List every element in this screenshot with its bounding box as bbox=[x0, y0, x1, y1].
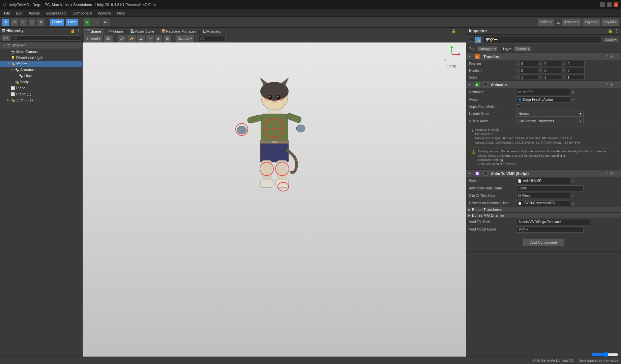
center-button[interactable]: Center bbox=[50, 19, 64, 26]
navmesh-button[interactable]: ⊞ bbox=[164, 35, 171, 42]
hierarchy-menu-icon[interactable]: ⋮ bbox=[77, 29, 80, 33]
step-button[interactable]: ⏭ bbox=[102, 19, 110, 26]
shading-dropdown[interactable]: Shaded ▾ bbox=[84, 35, 103, 42]
animtovmd-help-icon[interactable]: ? bbox=[606, 171, 608, 176]
tab-animator[interactable]: 🎞 Animator bbox=[200, 28, 225, 35]
account-button[interactable]: Account ▾ bbox=[562, 19, 581, 26]
vmd-model-name-input[interactable] bbox=[516, 226, 584, 233]
static-button[interactable]: Static ▾ bbox=[603, 37, 618, 42]
vmd-file-path-input[interactable] bbox=[516, 219, 590, 225]
clip-select-icon[interactable]: ◎ bbox=[571, 194, 574, 198]
scale-y[interactable] bbox=[543, 74, 561, 80]
hier-item-plane1[interactable]: ⬜ Plane (1) bbox=[0, 91, 82, 97]
animtovmd-menu-icon[interactable]: ⋮ bbox=[615, 171, 619, 176]
transform-help-icon[interactable]: ? bbox=[606, 55, 608, 59]
menu-component[interactable]: Component bbox=[70, 10, 94, 16]
position-z[interactable] bbox=[566, 61, 585, 66]
rotation-x[interactable] bbox=[520, 68, 538, 73]
hier-item-plane[interactable]: ⬜ Plane bbox=[0, 85, 82, 91]
position-x[interactable] bbox=[520, 61, 538, 66]
animtovmd-settings-icon[interactable]: ⚙ bbox=[610, 171, 613, 176]
animator-help-icon[interactable]: ? bbox=[606, 83, 608, 87]
gizmos-button[interactable]: Gizmos ▾ bbox=[175, 35, 194, 42]
menu-help[interactable]: Help bbox=[114, 10, 127, 16]
bones-transforms-foldout[interactable]: ▶ Bones Transforms bbox=[466, 207, 621, 213]
hier-item-degu[interactable]: ▼ 🎭 デグー bbox=[0, 61, 82, 67]
convdb-select-icon[interactable]: ◎ bbox=[571, 201, 574, 205]
2d-button[interactable]: 2D bbox=[104, 35, 113, 42]
local-button[interactable]: Local bbox=[66, 19, 79, 26]
object-enabled-checkbox[interactable] bbox=[469, 38, 473, 42]
hier-item-scene[interactable]: ▼ 🎬 デグー* bbox=[0, 42, 82, 49]
clip-asset-ref[interactable]: 🎞 Floss bbox=[516, 193, 570, 199]
scene-viewport[interactable]: Persp bbox=[83, 42, 466, 357]
object-name-field[interactable] bbox=[483, 36, 601, 43]
skybox-button[interactable]: ☁ bbox=[137, 35, 145, 42]
hier-item-hips[interactable]: 🦴 Hips bbox=[0, 73, 82, 79]
animtovmd-enabled-checkbox[interactable] bbox=[483, 172, 487, 176]
scene-tab-lock[interactable]: 🔓 bbox=[449, 29, 458, 33]
scene-search[interactable] bbox=[199, 36, 226, 41]
scene-tab-menu[interactable]: ⋮ bbox=[458, 29, 466, 33]
transform-header[interactable]: ▼ ⊕ Transform ? ⚙ ⋮ bbox=[466, 53, 621, 60]
tool-scale[interactable]: ⤢ bbox=[20, 19, 27, 26]
hierarchy-add-button[interactable]: + ▾ bbox=[1, 35, 10, 41]
convdb-asset-ref[interactable]: 📋 JSON-ConversionDB bbox=[516, 200, 570, 206]
tab-assetstore[interactable]: 🏪 Asset Store bbox=[127, 28, 158, 35]
layer-dropdown[interactable]: Default ▾ bbox=[514, 46, 531, 52]
animator-enabled-checkbox[interactable] bbox=[483, 83, 487, 87]
hierarchy-lock-icon[interactable]: 🔓 bbox=[70, 29, 75, 33]
script-asset-ref[interactable]: 📄 AnimToVMD bbox=[516, 178, 570, 184]
hier-item-armature[interactable]: ▼ 🦴 Armature bbox=[0, 67, 82, 73]
fx-button[interactable]: ✨ bbox=[127, 35, 136, 42]
menu-assets[interactable]: Assets bbox=[26, 10, 42, 16]
inspector-lock-icon[interactable]: 🔓 bbox=[608, 29, 613, 33]
minimize-button[interactable]: ─ bbox=[600, 2, 605, 7]
hier-item-body[interactable]: 🎭 Body bbox=[0, 79, 82, 85]
sound-button[interactable]: 🔊 bbox=[117, 35, 126, 42]
animator-header[interactable]: ▼ ▶ Animator ? ⚙ ⋮ bbox=[466, 81, 621, 88]
menu-file[interactable]: File bbox=[1, 10, 13, 16]
tool-move[interactable]: ✥ bbox=[2, 19, 9, 26]
hier-item-directionallight[interactable]: 💡 Directional Light bbox=[0, 55, 82, 61]
pause-button[interactable]: ⏸ bbox=[92, 19, 100, 26]
transform-settings-icon[interactable]: ⚙ bbox=[610, 55, 613, 59]
layers-button[interactable]: Layers ▾ bbox=[583, 19, 600, 26]
tool-rect[interactable]: ⊡ bbox=[28, 19, 36, 26]
update-mode-dropdown[interactable]: Normal ▾ bbox=[516, 111, 584, 117]
layout-button[interactable]: Layout ▾ bbox=[601, 19, 619, 26]
animtovmd-header[interactable]: ▼ 📄 Anim To VMD (Script) ? ⚙ ⋮ bbox=[466, 170, 621, 177]
script-select-icon[interactable]: ◎ bbox=[571, 179, 574, 183]
maximize-button[interactable]: □ bbox=[607, 2, 612, 7]
tab-game[interactable]: 🎮 Game bbox=[105, 28, 127, 35]
controller-asset-ref[interactable]: 🎮 デグー bbox=[516, 89, 570, 95]
avatar-asset-ref[interactable]: 👤 Degu-FirstTryAvatar bbox=[516, 96, 570, 102]
animator-menu-icon[interactable]: ⋮ bbox=[615, 83, 619, 87]
anim-button[interactable]: ▶ bbox=[155, 35, 162, 42]
tool-transform[interactable]: ✕ bbox=[37, 19, 45, 26]
add-component-button[interactable]: Add Component bbox=[523, 239, 564, 246]
tab-scene[interactable]: 🎬 Scene bbox=[83, 28, 105, 35]
menu-edit[interactable]: Edit bbox=[13, 10, 25, 16]
scale-x[interactable] bbox=[520, 74, 538, 80]
hier-item-maincamera[interactable]: 📷 Main Camera bbox=[0, 49, 82, 55]
menu-gameobject[interactable]: GameObject bbox=[43, 10, 69, 16]
tool-rotate[interactable]: ↻ bbox=[11, 19, 18, 26]
collab-button[interactable]: Collab ▾ bbox=[537, 19, 554, 26]
fog-button[interactable]: 〜 bbox=[146, 35, 154, 42]
scale-z[interactable] bbox=[566, 74, 585, 80]
animator-settings-icon[interactable]: ⚙ bbox=[610, 83, 613, 87]
avatar-select-icon[interactable]: ◎ bbox=[571, 98, 574, 101]
culling-mode-dropdown[interactable]: Cull Update Transforms ▾ bbox=[516, 118, 584, 124]
rotation-y[interactable] bbox=[543, 68, 561, 73]
bones-mm-foldout[interactable]: ▶ Bones MM Dnames bbox=[466, 213, 621, 218]
menu-window[interactable]: Window bbox=[95, 10, 114, 16]
rotation-z[interactable] bbox=[566, 68, 585, 73]
transform-menu-icon[interactable]: ⋮ bbox=[615, 55, 619, 59]
anim-state-name-input[interactable] bbox=[516, 185, 584, 191]
tab-packagemanager[interactable]: 📦 Package Manager bbox=[158, 28, 200, 35]
close-button[interactable]: ✕ bbox=[614, 2, 618, 7]
tag-dropdown[interactable]: Untagged ▾ bbox=[477, 46, 498, 52]
hierarchy-search[interactable] bbox=[12, 35, 81, 41]
position-y[interactable] bbox=[543, 61, 561, 66]
